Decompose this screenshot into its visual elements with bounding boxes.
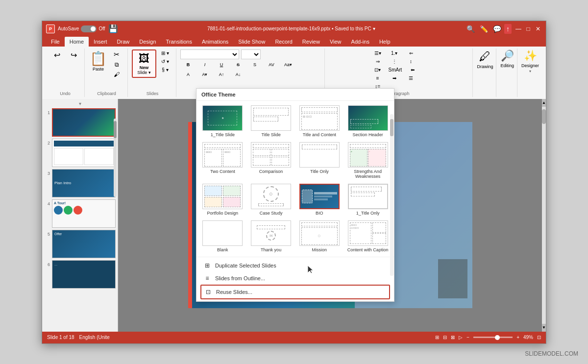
view-slideshow-btn[interactable]: ▷	[459, 335, 463, 340]
slide-thumb-5[interactable]: 5 Offer	[44, 230, 116, 258]
align-right-button[interactable]: ➡	[387, 74, 402, 82]
view-reading-btn[interactable]: ⊠	[451, 335, 455, 340]
layout-portfolio[interactable]: Portfolio Design	[199, 182, 246, 217]
pen-icon[interactable]: ✏️	[478, 24, 490, 34]
strikethrough-button[interactable]: S	[230, 61, 246, 68]
zoom-percent[interactable]: 49%	[523, 335, 533, 340]
minimize-button[interactable]: —	[514, 25, 522, 33]
slide-preview-5[interactable]: Offer	[52, 230, 116, 258]
scroll-up-button[interactable]: ▲	[542, 99, 546, 107]
font-size-select[interactable]	[241, 49, 261, 59]
format-painter-button[interactable]: 🖌	[109, 70, 124, 79]
reuse-slides-menu[interactable]: ⊡ Reuse Slides...	[200, 285, 390, 299]
font-size-inc-button[interactable]: A↑	[214, 71, 229, 78]
close-button[interactable]: ✕	[534, 25, 542, 33]
layout-thankyou[interactable]: ✉ Thank you	[248, 219, 294, 254]
tab-addins[interactable]: Add-ins	[346, 37, 374, 47]
view-sorter-btn[interactable]: ⊟	[443, 335, 447, 340]
reset-button[interactable]: ↺ ▾	[157, 58, 173, 65]
font-family-select[interactable]	[180, 49, 239, 59]
numbering-button[interactable]: 1.▾	[387, 49, 402, 57]
slide-preview-1[interactable]	[52, 108, 116, 137]
align-left-button[interactable]: ⬅	[405, 66, 420, 73]
justify-button[interactable]: ☰	[403, 74, 419, 82]
tab-home[interactable]: Home	[65, 37, 89, 47]
new-slide-button[interactable]: 🖼 New Slide ▾	[132, 49, 156, 78]
share-icon[interactable]: ↑	[504, 24, 512, 34]
comment-icon[interactable]: 💬	[491, 24, 503, 34]
save-icon[interactable]: 💾	[108, 24, 118, 33]
slide-preview-2[interactable]	[52, 139, 116, 167]
tab-insert[interactable]: Insert	[89, 37, 112, 47]
smartart-button[interactable]: SmArt	[387, 66, 404, 73]
layout-sectionheader[interactable]: Section Header	[344, 104, 391, 139]
slide-thumb-2[interactable]: 2	[44, 139, 116, 167]
layout-bio[interactable]: BIO	[296, 182, 343, 217]
layout-strengths[interactable]: + - Strengths And Weaknesses	[344, 141, 391, 180]
layout-titlecontent[interactable]: ⊞ ⊟ ⊡ Title and Content	[296, 104, 343, 139]
layout-contentwcaption[interactable]: ⊞⊟⊡content Content with Caption	[344, 219, 391, 254]
indent-dec-button[interactable]: ⇐	[403, 49, 419, 57]
cut-button[interactable]: ✂	[109, 49, 124, 59]
slide-thumb-4[interactable]: 4 A Tour!	[44, 199, 116, 228]
underline-button[interactable]: U	[214, 61, 229, 68]
columns-button[interactable]: ⋮	[387, 58, 402, 65]
scroll-down-button[interactable]: ▼	[542, 324, 546, 332]
copy-button[interactable]: ⧉	[109, 60, 124, 69]
layout-casestudy[interactable]: ⊙ Case Study	[248, 182, 294, 217]
indent-inc-button[interactable]: ⇒	[370, 58, 386, 65]
tab-transitions[interactable]: Transitions	[161, 37, 197, 47]
autosave-toggle[interactable]	[81, 25, 97, 32]
slide-preview-3[interactable]: Plan Intro	[52, 169, 116, 197]
text-highlight-button[interactable]: A▾	[197, 71, 213, 78]
layout-twocontent[interactable]: ⊞⊟⊡ ⊞⊟⊡ Two Content	[199, 141, 246, 180]
slide-thumb-3[interactable]: 3 Plan Intro	[44, 169, 116, 197]
text-direction-button[interactable]: ↕	[403, 58, 419, 65]
slides-from-outline-menu[interactable]: ≡ Slides from Outline...	[200, 272, 390, 285]
layout-1title[interactable]: ★ 1_Title Slide	[199, 104, 246, 139]
layout-mission[interactable]: ⊙ Mission	[296, 219, 343, 254]
italic-button[interactable]: I	[197, 61, 213, 68]
font-color-button[interactable]: A	[180, 71, 196, 78]
view-normal-btn[interactable]: ⊞	[435, 335, 439, 340]
change-case-button[interactable]: Aa▾	[280, 61, 296, 68]
restore-button[interactable]: □	[524, 25, 532, 33]
slide-preview-6[interactable]: ...	[52, 260, 116, 289]
tab-view[interactable]: View	[325, 37, 346, 47]
slide-thumb-6[interactable]: 6 ...	[44, 260, 116, 289]
duplicate-slides-menu[interactable]: ⊞ Duplicate Selected Slides	[200, 259, 390, 272]
slide-preview-4[interactable]: A Tour!	[52, 199, 116, 228]
align-center-button[interactable]: ≡	[370, 74, 386, 82]
paste-button[interactable]: 📋 Paste	[89, 49, 108, 73]
layout-comparison[interactable]: Comparison	[248, 141, 294, 180]
zoom-minus-btn[interactable]: −	[466, 335, 469, 340]
layout-titleslide[interactable]: Title Slide	[248, 104, 294, 139]
char-spacing-button[interactable]: AV	[264, 61, 279, 68]
slide-thumb-1[interactable]: 1	[44, 108, 116, 137]
tab-design[interactable]: Design	[134, 37, 161, 47]
section-button[interactable]: § ▾	[157, 66, 173, 73]
tab-record[interactable]: Record	[270, 37, 297, 47]
zoom-slider[interactable]	[473, 337, 513, 338]
tab-animations[interactable]: Animations	[197, 37, 233, 47]
align-text-button[interactable]: ⊡▾	[370, 66, 386, 73]
tab-slideshow[interactable]: Slide Show	[233, 37, 270, 47]
undo-button[interactable]: ↩	[49, 49, 65, 61]
tab-draw[interactable]: Draw	[112, 37, 135, 47]
right-scrollbar[interactable]: ▲ ▼	[542, 99, 546, 332]
bold-button[interactable]: B	[180, 61, 196, 68]
scroll-track[interactable]	[542, 107, 546, 324]
bullets-button[interactable]: ☰▾	[370, 49, 386, 57]
tab-help[interactable]: Help	[374, 37, 395, 47]
zoom-plus-btn[interactable]: +	[516, 335, 519, 340]
layout-1titleonly[interactable]: 1_Title Only	[344, 182, 391, 217]
tab-review[interactable]: Review	[297, 37, 325, 47]
layout-button[interactable]: ⊞ ▾	[157, 49, 173, 57]
layout-blank[interactable]: Blank	[199, 219, 246, 254]
tab-file[interactable]: File	[46, 37, 65, 47]
search-button[interactable]: 🔍	[465, 24, 477, 34]
layout-titleonly[interactable]: Title Only	[296, 141, 343, 180]
redo-button[interactable]: ↪	[66, 49, 81, 61]
font-size-dec-button[interactable]: A↓	[230, 71, 246, 78]
fit-to-window-btn[interactable]: ⊡	[537, 335, 541, 340]
